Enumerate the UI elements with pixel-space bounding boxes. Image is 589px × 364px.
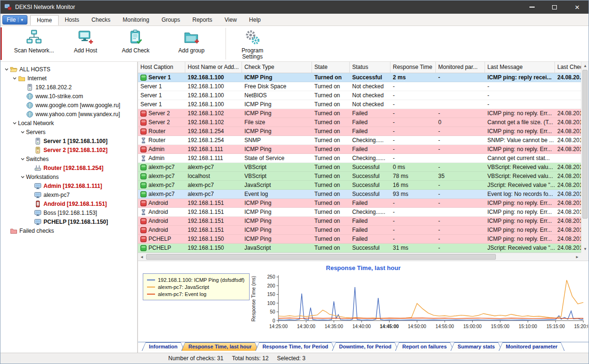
tree-item-192-168-202-2[interactable]: 192.168.202.2 [0, 83, 137, 92]
bottom-tab-response-time-last-hour[interactable]: Response Time, last hour [182, 342, 259, 351]
table-row[interactable]: alexm-pc7alexm-pc7Event logTurned onSucc… [138, 190, 581, 199]
column-header-response-time[interactable]: Response Time [390, 62, 436, 73]
tree-item-local-network[interactable]: Local Network [0, 119, 137, 127]
maximize-button[interactable] [543, 0, 566, 14]
chevron-down-icon[interactable] [19, 129, 26, 135]
chevron-down-icon[interactable] [3, 66, 10, 73]
bottom-tab-summary-stats[interactable]: Summary stats [450, 342, 502, 351]
tree-item-router-192-168-1-254[interactable]: Router [192.168.1.254] [0, 163, 137, 172]
tree-item-internet[interactable]: Internet [0, 74, 137, 83]
table-row[interactable]: Server 1192.168.1.100NetBIOSTurned onNot… [138, 91, 581, 100]
toolbar-button-scan-network[interactable]: Scan Network... [6, 26, 62, 54]
table-row[interactable]: PCHELP192.168.1.150JavaScriptTurned onSu… [138, 244, 581, 253]
cell-text: Server 1 [140, 100, 162, 109]
toolbar-button-add-host[interactable]: Add Host [62, 26, 109, 54]
monitor-icon [34, 182, 42, 190]
tab-checks[interactable]: Checks [86, 15, 117, 25]
column-header-last-message[interactable]: Last Message [485, 62, 555, 73]
minimize-button[interactable] [520, 0, 543, 14]
table-row[interactable]: Admin192.168.1.111ICMP PingTurned onFail… [138, 145, 581, 154]
file-menu-button[interactable]: File ▾ [2, 15, 27, 25]
bottom-tab-report-on-failures[interactable]: Report on failures [395, 342, 454, 351]
chevron-down-icon[interactable] [19, 156, 26, 162]
tree-item-workstations[interactable]: Workstations [0, 172, 137, 181]
tree-item-boss-192-168-1-153[interactable]: Boss [192.168.1.153] [0, 208, 137, 217]
chevron-down-icon[interactable] [19, 174, 26, 180]
table-cell: Android [138, 226, 185, 234]
table-row[interactable]: alexm-pc7alexm-pc7VBScriptTurned onSucce… [138, 163, 581, 172]
chevron-down-icon[interactable] [11, 75, 18, 82]
tree-item-failed-checks[interactable]: Failed checks [0, 226, 137, 235]
column-header-status[interactable]: Status [350, 62, 390, 73]
table-cell: 192.168.1.150 [185, 235, 242, 243]
tab-hosts[interactable]: Hosts [59, 15, 86, 25]
tree-item-switches[interactable]: Switches [0, 154, 137, 163]
column-header-monitored-par[interactable]: Monitored par... [436, 62, 485, 73]
close-button[interactable]: × [566, 0, 589, 14]
tab-help[interactable]: Help [243, 15, 267, 25]
tree-item-admin-192-168-1-111[interactable]: Admin [192.168.1.111] [0, 181, 137, 190]
tree-item-servers[interactable]: Servers [0, 127, 137, 136]
bottom-tab-information[interactable]: Information [142, 342, 185, 351]
table-row[interactable]: Router192.168.1.254ICMP PingTurned onFai… [138, 127, 581, 136]
table-row[interactable]: Android192.168.1.151ICMP PingTurned onFa… [138, 226, 581, 235]
scroll-down-arrow[interactable]: ▼ [581, 245, 589, 253]
status-item: Selected: 3 [277, 355, 305, 362]
tree-item-www-10-strike-com[interactable]: www.10-strike.com [0, 92, 137, 101]
chevron-down-icon[interactable] [11, 120, 18, 127]
table-row[interactable]: Admin192.168.1.111State of ServiceTurned… [138, 154, 581, 163]
table-row[interactable]: Server 1192.168.1.100ICMP PingTurned onS… [138, 73, 581, 82]
toolbar-button-add-check[interactable]: Add Check [109, 26, 162, 54]
table-row[interactable]: Android192.168.1.151ICMP PingTurned onFa… [138, 199, 581, 208]
tree-item-alexm-pc7[interactable]: alexm-pc7 [0, 190, 137, 199]
table-cell: 192.168.1.150 [185, 244, 242, 252]
scroll-up-arrow[interactable]: ▲ [581, 62, 589, 69]
table-row[interactable]: Android192.168.1.151ICMP PingTurned onCh… [138, 208, 581, 217]
table-row[interactable]: Router192.168.1.254SNMPTurned onChecking… [138, 136, 581, 145]
tree-item-server-1-192-168-1-100[interactable]: Server 1 [192.168.1.100] [0, 136, 137, 145]
table-row[interactable]: Server 2192.168.1.102File sizeTurned onF… [138, 118, 581, 127]
horizontal-scroll-thumb[interactable] [146, 254, 496, 260]
tab-monitoring[interactable]: Monitoring [117, 15, 156, 25]
tree-item-android-192-168-1-151[interactable]: Android [192.168.1.151] [0, 199, 137, 208]
tree-item-www-yahoo-com-www-yandex-ru[interactable]: www.yahoo.com [www.yandex.ru] [0, 110, 137, 119]
tree-item-www-google-com-www-google-ru[interactable]: www.google.com [www.google.ru] [0, 101, 137, 110]
tree-item-pchelp-192-168-1-150[interactable]: PCHELP [192.168.1.150] [0, 217, 137, 226]
table-row[interactable]: Server 1192.168.1.100Free Disk SpaceTurn… [138, 82, 581, 91]
tree-item-server-2-192-168-1-102[interactable]: Server 2 [192.168.1.102] [0, 145, 137, 154]
scroll-right-arrow[interactable]: ► [573, 253, 581, 261]
bottom-tab-downtime-for-period[interactable]: Downtime, for Period [332, 342, 398, 351]
tab-reports[interactable]: Reports [186, 15, 218, 25]
tree-item-all-hosts[interactable]: ALL HOSTS [0, 65, 137, 74]
table-cell: Event log [242, 190, 312, 198]
tab-view[interactable]: View [218, 15, 243, 25]
cell-text: Server 1 [148, 73, 171, 82]
table-row[interactable]: PCHELP192.168.1.150ICMP PingTurned onFai… [138, 235, 581, 244]
table-cell: 192.168.1.254 [185, 136, 242, 144]
bottom-tab-response-time-for-period[interactable]: Response Time, for Period [255, 342, 335, 351]
tree-item-label: Local Network [18, 120, 54, 127]
tab-home[interactable]: Home [30, 15, 59, 25]
cell-text: - [438, 145, 440, 153]
horizontal-scrollbar[interactable]: ◄ ► [138, 253, 581, 261]
column-header-check-type[interactable]: Check Type [242, 62, 312, 73]
table-row[interactable]: Server 1192.168.1.100ICMP PingTurned onN… [138, 100, 581, 109]
bottom-tab-monitored-parameter[interactable]: Monitored parameter [499, 342, 564, 351]
cell-text: 78 ms [393, 172, 408, 180]
table-row[interactable]: Server 2192.168.1.102ICMP PingTurned onF… [138, 109, 581, 118]
tree-item-label: Switches [26, 156, 49, 162]
table-row[interactable]: alexm-pc7alexm-pc7JavaScriptTurned onSuc… [138, 181, 581, 190]
vertical-scroll-thumb[interactable] [582, 70, 588, 219]
toolbar-button-program-settings[interactable]: Program Settings [231, 26, 274, 60]
tab-groups[interactable]: Groups [156, 15, 186, 25]
column-header-state[interactable]: State [312, 62, 350, 73]
column-header-host-caption[interactable]: Host Caption [138, 62, 185, 73]
column-header-host-name-or-add[interactable]: Host Name or Add... [185, 62, 242, 73]
table-row[interactable]: Android192.168.1.151ICMP PingTurned onFa… [138, 217, 581, 226]
column-header-last-chec[interactable]: Last Chec... [555, 62, 581, 73]
cell-text: Admin [148, 154, 165, 162]
scroll-left-arrow[interactable]: ◄ [138, 253, 146, 261]
table-row[interactable]: alexm-pc7localhostVBScriptTurned onSucce… [138, 172, 581, 181]
vertical-scrollbar[interactable]: ▲ ▼ [581, 62, 589, 253]
toolbar-button-add-group[interactable]: Add group [162, 26, 221, 54]
